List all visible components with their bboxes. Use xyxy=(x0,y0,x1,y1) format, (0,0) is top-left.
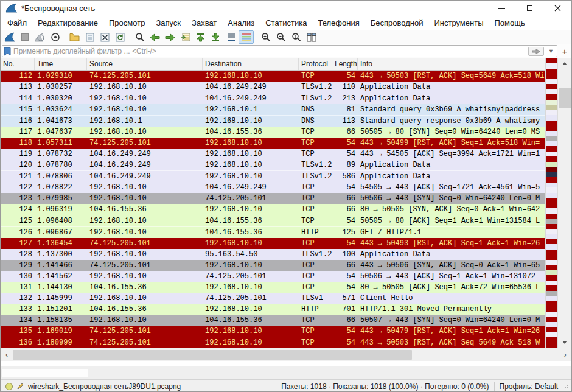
packet-row[interactable]: 1351.16901974.125.205.101192.168.10.10TC… xyxy=(1,326,545,337)
cell-proto: TCP xyxy=(299,127,332,138)
packet-row[interactable]: 1271.13645474.125.205.101192.168.10.10TC… xyxy=(1,238,545,249)
go-to-packet-button[interactable] xyxy=(178,30,193,44)
intelligent-scrollbar-minimap[interactable] xyxy=(545,58,557,348)
display-filter-input[interactable] xyxy=(13,47,526,55)
packet-row[interactable]: 1221.078822192.168.10.10104.16.249.249TC… xyxy=(1,182,545,193)
apply-filter-button[interactable] xyxy=(528,47,544,56)
wireshark-fin-icon xyxy=(5,3,18,13)
packet-row[interactable]: 1131.030257192.168.10.10104.16.249.249TL… xyxy=(1,82,545,93)
find-packet-button[interactable] xyxy=(132,30,147,44)
packet-row[interactable]: 1171.047637192.168.10.10104.16.155.36TCP… xyxy=(1,127,545,138)
vertical-scrollbar[interactable] xyxy=(557,58,571,348)
go-back-button[interactable] xyxy=(147,30,162,44)
filter-dropdown-caret[interactable]: ▼ xyxy=(546,48,556,54)
add-filter-button-button[interactable]: + xyxy=(559,46,570,57)
resize-grip[interactable] xyxy=(564,384,569,389)
packet-row[interactable]: 1261.096867192.168.10.10104.16.155.36HTT… xyxy=(1,226,545,238)
scroll-right-button[interactable]: › xyxy=(559,350,571,359)
packet-row[interactable]: 1231.079985192.168.10.1074.125.205.101TC… xyxy=(1,193,545,204)
menu-item-3[interactable]: Запуск xyxy=(150,16,186,29)
col-header-no[interactable]: No. xyxy=(1,58,35,70)
minimize-button[interactable] xyxy=(487,1,515,15)
cell-info: Client Hello xyxy=(358,293,545,304)
restart-capture-button[interactable] xyxy=(32,30,47,44)
capture-filename[interactable]: wireshark_Беспроводная сетьJ89DU1.pcapng xyxy=(28,382,181,391)
last-packet-button[interactable] xyxy=(208,30,223,44)
packet-row[interactable]: 1141.030320192.168.10.10104.16.249.249TL… xyxy=(1,93,545,104)
horizontal-scrollbar-thumb[interactable] xyxy=(13,350,412,360)
packet-row[interactable]: 1191.078732104.16.249.249192.168.10.10TC… xyxy=(1,149,545,159)
cell-info: Standard query response 0x3b69 A whatism… xyxy=(358,116,545,127)
cell-dst: 74.125.205.101 xyxy=(203,271,299,282)
save-file-button[interactable] xyxy=(82,30,97,44)
filter-bookmark-icon[interactable] xyxy=(4,47,11,56)
start-capture-button[interactable] xyxy=(2,30,17,44)
packet-row[interactable]: 1281.137300192.168.10.1095.163.54.50TLSv… xyxy=(1,249,545,260)
packet-row[interactable]: 1161.041673192.168.10.1192.168.10.10DNS1… xyxy=(1,115,545,127)
zoom-out-button[interactable] xyxy=(273,30,288,44)
scroll-left-button[interactable]: ‹ xyxy=(1,350,13,359)
detail-pane-scrollbar[interactable] xyxy=(2,369,88,377)
close-button[interactable] xyxy=(543,1,571,15)
menu-item-4[interactable]: Захват xyxy=(186,16,222,29)
horizontal-scrollbar[interactable]: ‹ › xyxy=(1,348,571,361)
packet-row[interactable]: 1151.033624192.168.10.10192.168.10.1DNS8… xyxy=(1,104,545,115)
menu-item-1[interactable]: Редактирование xyxy=(32,16,103,29)
minimap-stripe xyxy=(546,177,557,182)
col-header-destination[interactable]: Destination xyxy=(203,58,299,70)
col-header-length[interactable]: Length xyxy=(332,58,358,70)
packet-row[interactable]: 1211.078806104.16.249.249192.168.10.10TL… xyxy=(1,170,545,182)
resize-columns-button[interactable] xyxy=(304,30,319,44)
menu-item-8[interactable]: Беспроводной xyxy=(365,16,429,29)
packet-row[interactable]: 1241.096319104.16.155.36192.168.10.10TCP… xyxy=(1,204,545,215)
packet-row[interactable]: 1181.05731174.125.205.101192.168.10.10TC… xyxy=(1,138,545,149)
colorize-packets-button[interactable] xyxy=(239,30,254,44)
open-file-button[interactable] xyxy=(67,30,82,44)
zoom-in-button[interactable] xyxy=(258,30,273,44)
display-filter-field[interactable]: ▼ xyxy=(2,45,557,57)
go-forward-button[interactable] xyxy=(162,30,178,44)
profile-label[interactable]: Профиль: Default xyxy=(500,382,559,391)
menu-item-6[interactable]: Статистика xyxy=(260,16,312,29)
horizontal-scrollbar-track[interactable] xyxy=(13,349,559,360)
minimap-stripe xyxy=(546,152,557,156)
scroll-up-button[interactable] xyxy=(558,58,571,69)
col-header-info[interactable]: Info xyxy=(358,58,545,70)
packet-row[interactable]: 1291.14146674.125.205.101192.168.10.10TC… xyxy=(1,260,545,271)
first-packet-button[interactable] xyxy=(193,30,208,44)
reload-file-button[interactable] xyxy=(113,30,128,44)
packet-row[interactable]: 1311.144130104.16.155.36192.168.10.10TCP… xyxy=(1,282,545,293)
packet-row[interactable]: 1201.078780104.16.249.249192.168.10.10TL… xyxy=(1,159,545,170)
menu-item-2[interactable]: Просмотр xyxy=(103,16,150,29)
col-header-time[interactable]: Time xyxy=(35,58,87,70)
col-header-source[interactable]: Source xyxy=(87,58,203,70)
minimap-stripe xyxy=(546,183,557,187)
minimap-stripe xyxy=(546,219,557,223)
packet-row[interactable]: 1121.02931074.125.205.101192.168.10.10TC… xyxy=(1,71,545,82)
capture-options-button[interactable] xyxy=(47,30,63,44)
menu-item-9[interactable]: Инструменты xyxy=(428,16,489,29)
expert-info-icon[interactable] xyxy=(5,383,13,390)
cell-info: 54505 → 443 [ACK] Seq=1721 Ack=4561 Win=… xyxy=(358,182,545,193)
menu-item-7[interactable]: Телефония xyxy=(312,16,364,29)
packet-row[interactable]: 1341.158135192.168.10.10104.16.155.36TCP… xyxy=(1,315,545,326)
packet-row[interactable]: 1361.18099974.125.205.101192.168.10.10TC… xyxy=(1,337,545,348)
menu-item-5[interactable]: Анализ xyxy=(222,16,260,29)
packet-row[interactable]: 1251.096408192.168.10.10104.16.155.36TCP… xyxy=(1,215,545,226)
packet-row[interactable]: 1321.145999192.168.10.1074.125.205.101TL… xyxy=(1,293,545,304)
col-header-protocol[interactable]: Protocol xyxy=(299,58,332,70)
packet-row[interactable]: 1331.151201104.16.155.36192.168.10.10HTT… xyxy=(1,304,545,315)
vertical-scrollbar-thumb[interactable] xyxy=(559,88,571,108)
capture-comment-pencil-icon[interactable] xyxy=(16,382,24,390)
menu-item-0[interactable]: Файл xyxy=(2,16,32,29)
menu-item-10[interactable]: Помощь xyxy=(489,16,531,29)
packet-row[interactable]: 1301.141562192.168.10.1074.125.205.101TC… xyxy=(1,271,545,282)
scroll-down-button[interactable] xyxy=(558,337,571,348)
cell-dst: 74.125.205.101 xyxy=(203,193,299,204)
auto-scroll-button[interactable] xyxy=(223,30,239,44)
close-file-button[interactable] xyxy=(97,30,113,44)
toolbar-separator xyxy=(130,32,130,43)
maximize-button[interactable] xyxy=(515,1,543,15)
zoom-original-button[interactable] xyxy=(288,30,304,44)
stop-capture-button[interactable] xyxy=(17,30,32,44)
